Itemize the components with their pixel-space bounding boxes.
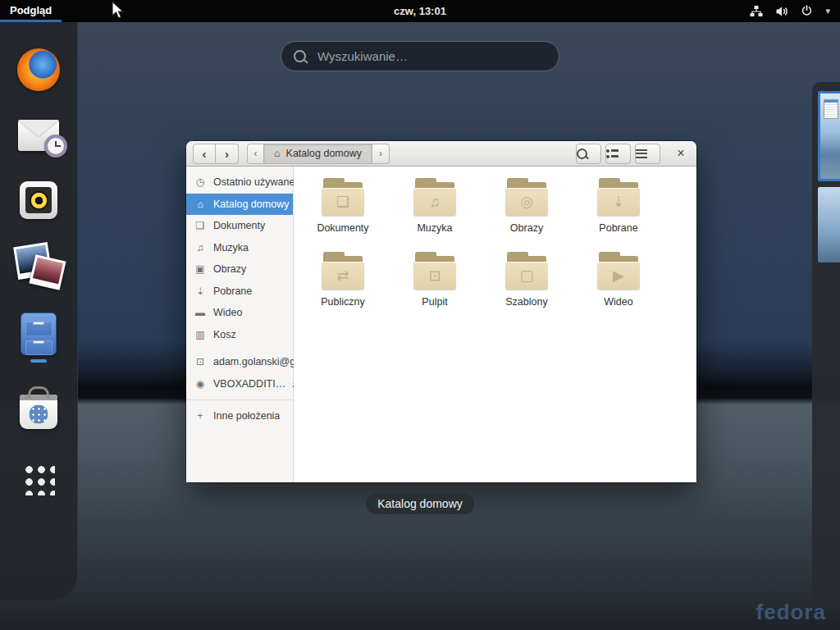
- sidebar-item-home[interactable]: ⌂ Katalog domowy: [186, 194, 293, 216]
- show-apps-button[interactable]: [22, 453, 55, 495]
- music-icon: ♫: [194, 242, 206, 253]
- folder-item-documents[interactable]: ❏ Dokumenty: [297, 178, 389, 234]
- sidebar-item-label: adam.golanski@g…: [213, 356, 306, 368]
- trash-icon: ▥: [194, 329, 206, 340]
- home-icon: ⌂: [194, 199, 206, 210]
- sidebar-item-label: Muzyka: [213, 242, 249, 253]
- sidebar-item-other-locations[interactable]: + Inne położenia: [186, 405, 293, 427]
- search-icon: [294, 50, 306, 62]
- running-indicator: [30, 359, 47, 363]
- volume-icon: [775, 5, 788, 18]
- window-caption: Katalog domowy: [366, 493, 474, 514]
- hamburger-menu-icon: [636, 149, 647, 158]
- activities-button[interactable]: Podgląd: [0, 0, 62, 22]
- folder-item-public[interactable]: ⇄ Publiczny: [297, 252, 389, 308]
- rhythmbox-icon: [20, 181, 57, 219]
- firefox-icon: [17, 48, 60, 91]
- folder-name: Publiczny: [321, 296, 365, 308]
- workspace-thumbnail-1[interactable]: [818, 91, 840, 181]
- folder-name: Pulpit: [422, 296, 447, 308]
- dash-item-evolution[interactable]: [18, 115, 59, 158]
- folder-name: Obrazy: [510, 222, 543, 234]
- camera-emblem-icon: ◎: [520, 194, 533, 209]
- folder-item-music[interactable]: ♫ Muzyka: [389, 178, 481, 234]
- sidebar-item-label: Wideo: [213, 307, 242, 318]
- dash-item-rhythmbox[interactable]: [20, 181, 57, 219]
- dash-item-software[interactable]: [20, 386, 57, 429]
- folder-item-pictures[interactable]: ◎ Obrazy: [481, 178, 573, 234]
- folder-name: Dokumenty: [317, 222, 368, 234]
- folder-icon: ◎: [504, 178, 549, 216]
- download-emblem-icon: ⇣: [612, 194, 624, 209]
- back-button[interactable]: ‹: [193, 144, 216, 164]
- close-button[interactable]: ×: [672, 146, 690, 161]
- dash-item-files[interactable]: [21, 313, 57, 363]
- folder-item-templates[interactable]: ▢ Szablony: [481, 252, 573, 308]
- overview-search-bar[interactable]: [281, 41, 559, 71]
- share-emblem-icon: ⇄: [336, 268, 349, 283]
- sidebar-item-documents[interactable]: ❏ Dokumenty: [186, 215, 293, 237]
- workspace-thumbnail-2[interactable]: [818, 187, 840, 262]
- shotwell-photos-icon: [14, 243, 63, 289]
- path-scroll-left-button[interactable]: ‹: [247, 144, 264, 164]
- photos-icon: ▣: [194, 263, 206, 275]
- folder-item-downloads[interactable]: ⇣ Pobrane: [573, 178, 664, 234]
- desktop-emblem-icon: ⊡: [428, 268, 441, 283]
- system-tray[interactable]: ▾: [740, 5, 840, 18]
- disc-icon: ◉: [194, 378, 206, 390]
- video-emblem-icon: ▶: [613, 268, 624, 283]
- recent-icon: ◷: [194, 176, 206, 188]
- music-emblem-icon: ♫: [429, 194, 441, 209]
- dash-item-shotwell[interactable]: [14, 243, 63, 289]
- sidebar-item-music[interactable]: ♫ Muzyka: [186, 237, 293, 259]
- clock-button[interactable]: czw, 13:01: [0, 5, 840, 17]
- sidebar-item-vbox-disc[interactable]: ◉ VBOXADDITI…: [186, 373, 293, 395]
- folder-name: Pobrane: [599, 222, 637, 234]
- folder-grid: ❏ Dokumenty ♫ Muzyka ◎: [297, 178, 671, 326]
- menu-button[interactable]: [635, 144, 660, 164]
- sidebar-item-pictures[interactable]: ▣ Obrazy: [186, 258, 293, 281]
- files-icon: [21, 313, 57, 355]
- documents-emblem-icon: ❏: [336, 194, 349, 209]
- folder-icon: ⇣: [596, 178, 641, 216]
- gnome-overview-screen: Podgląd czw, 13:01 ▾: [0, 0, 840, 630]
- folder-view: ❏ Dokumenty ♫ Muzyka ◎: [294, 167, 696, 482]
- file-manager-window: ‹ › ‹ ⌂ Katalog domowy ›: [186, 141, 696, 482]
- document-icon: ❏: [194, 220, 206, 231]
- folder-item-videos[interactable]: ▶ Wideo: [573, 252, 664, 308]
- mini-window: [824, 99, 838, 119]
- sidebar-item-videos[interactable]: ▬ Wideo: [186, 302, 293, 324]
- folder-item-desktop[interactable]: ⊡ Pulpit: [389, 252, 481, 308]
- sidebar-item-label: Inne położenia: [213, 410, 280, 422]
- template-emblem-icon: ▢: [519, 268, 533, 283]
- sidebar-section-gap: [186, 345, 293, 351]
- header-actions: ×: [576, 144, 690, 164]
- fedora-watermark: fedora: [756, 600, 826, 625]
- path-button-home[interactable]: ⌂ Katalog domowy: [264, 144, 372, 164]
- sidebar-item-downloads[interactable]: ⇣ Pobrane: [186, 281, 293, 303]
- sidebar-item-recent[interactable]: ◷ Ostatnio używane: [186, 171, 293, 194]
- window-body: ◷ Ostatnio używane ⌂ Katalog domowy ❏ Do…: [186, 167, 696, 482]
- path-scroll-right-button[interactable]: ›: [372, 144, 390, 164]
- folder-icon: ▢: [504, 252, 549, 290]
- software-icon: [20, 395, 57, 429]
- sidebar-item-computer[interactable]: ⊡ adam.golanski@g…: [186, 351, 293, 373]
- search-input[interactable]: [316, 48, 546, 64]
- sidebar-item-label: Kosz: [213, 329, 236, 340]
- sidebar-item-label: Dokumenty: [213, 220, 265, 231]
- forward-button[interactable]: ›: [216, 144, 239, 164]
- dash-panel: [0, 22, 78, 600]
- sidebar-separator: [186, 399, 293, 400]
- view-toggle-button[interactable]: [605, 144, 631, 164]
- path-bar: ‹ ⌂ Katalog domowy ›: [247, 144, 390, 164]
- header-bar: ‹ › ‹ ⌂ Katalog domowy ›: [186, 141, 696, 167]
- power-icon: [801, 5, 813, 17]
- dash-item-firefox[interactable]: [17, 48, 60, 91]
- sidebar-item-trash[interactable]: ▥ Kosz: [186, 324, 293, 346]
- folder-icon: ⇄: [321, 252, 365, 290]
- sidebar-item-label: Obrazy: [213, 263, 246, 275]
- video-icon: ▬: [194, 307, 206, 318]
- computer-icon: ⊡: [194, 356, 206, 368]
- clock-badge-icon: [44, 135, 67, 158]
- search-button[interactable]: [576, 144, 601, 164]
